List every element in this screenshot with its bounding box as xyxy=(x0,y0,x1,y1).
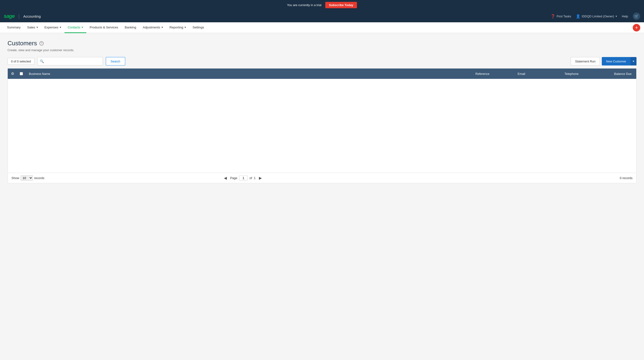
nav-settings[interactable]: Settings xyxy=(189,22,207,33)
pagination: ◀ Page of 1 ▶ xyxy=(222,175,263,181)
column-settings-button[interactable]: ⚙ xyxy=(8,72,17,76)
table-footer: Show 10 25 50 100 records ◀ Page of 1 ▶ … xyxy=(8,173,636,183)
contacts-chevron-icon: ▾ xyxy=(82,26,83,29)
of-label: of xyxy=(250,176,252,180)
search-input[interactable] xyxy=(45,60,100,63)
new-customer-dropdown-button[interactable]: ▾ xyxy=(630,57,636,66)
total-pages: 1 xyxy=(254,176,256,180)
search-icon: 🔍 xyxy=(40,59,44,63)
search-field-wrap: 🔍 xyxy=(37,57,103,66)
col-header-balance-due[interactable]: Balance Due xyxy=(604,72,636,76)
show-label: Show xyxy=(12,176,19,180)
first-tasks-link[interactable]: ❓ First Tasks xyxy=(551,14,571,19)
new-customer-dropdown-icon: ▾ xyxy=(633,60,634,63)
records-per-page-select[interactable]: 10 25 50 100 xyxy=(21,175,33,181)
total-records: 0 records xyxy=(620,176,632,180)
help-link[interactable]: Help xyxy=(622,15,628,18)
cart-icon: 🛒 xyxy=(634,14,639,19)
selection-badge: 0 of 0 selected xyxy=(8,58,34,65)
page-title-wrap: Customers ? xyxy=(8,40,636,47)
page-title: Customers xyxy=(8,40,37,47)
nav-sales[interactable]: Sales ▾ xyxy=(24,22,41,33)
statement-run-button[interactable]: Statement Run xyxy=(570,57,600,66)
account-chevron-icon: ▾ xyxy=(616,15,617,18)
nav-banking[interactable]: Banking xyxy=(122,22,140,33)
main-navigation: Summary Sales ▾ Expenses ▾ Contacts ▾ Pr… xyxy=(0,22,644,33)
sage-logo[interactable]: sage xyxy=(4,13,14,19)
customers-table-wrap: ⚙ Business Name Reference Email Telephon… xyxy=(8,68,636,183)
select-all-checkbox-wrap[interactable] xyxy=(17,72,26,75)
select-all-checkbox[interactable] xyxy=(20,72,23,75)
top-nav-right: ❓ First Tasks 👤 IDDQD Limited (Owner) ▾ … xyxy=(551,13,640,20)
trial-banner: You are currently in a trial Subscribe T… xyxy=(0,0,644,10)
top-navigation: sage | Accounting ❓ First Tasks 👤 IDDQD … xyxy=(0,10,644,22)
quick-add-button[interactable]: + xyxy=(633,24,640,32)
page-subtitle: Create, view and manage your customer re… xyxy=(8,48,636,52)
expenses-chevron-icon: ▾ xyxy=(60,26,61,29)
col-header-telephone[interactable]: Telephone xyxy=(561,72,604,76)
question-circle-icon: ❓ xyxy=(551,14,555,19)
col-header-reference[interactable]: Reference xyxy=(472,72,514,76)
new-customer-button[interactable]: New Customer xyxy=(602,57,630,66)
records-label: records xyxy=(34,176,44,180)
nav-adjustments[interactable]: Adjustments ▾ xyxy=(139,22,166,33)
app-name: Accounting xyxy=(23,14,40,18)
page-content: Customers ? Create, view and manage your… xyxy=(0,33,644,358)
adjustments-chevron-icon: ▾ xyxy=(162,26,163,29)
new-customer-button-group: New Customer ▾ xyxy=(602,57,636,66)
page-footer: English (US) © The Sage Group plc 2021 xyxy=(0,358,644,360)
next-page-button[interactable]: ▶ xyxy=(258,175,263,181)
page-number-input[interactable] xyxy=(239,176,248,180)
nav-divider: | xyxy=(18,14,20,19)
trial-message: You are currently in a trial xyxy=(287,3,322,7)
col-header-business-name[interactable]: Business Name xyxy=(26,72,472,76)
page-label: Page xyxy=(230,176,237,180)
nav-expenses[interactable]: Expenses ▾ xyxy=(41,22,64,33)
toolbar-right: Statement Run New Customer ▾ xyxy=(570,57,636,66)
gear-icon: ⚙ xyxy=(11,72,14,76)
toolbar: 0 of 0 selected 🔍 Search Statement Run N… xyxy=(8,57,636,66)
prev-page-button[interactable]: ◀ xyxy=(222,175,228,181)
show-records-wrap: Show 10 25 50 100 records xyxy=(12,175,44,181)
table-header: ⚙ Business Name Reference Email Telephon… xyxy=(8,69,636,79)
sales-chevron-icon: ▾ xyxy=(36,26,38,29)
nav-reporting[interactable]: Reporting ▾ xyxy=(166,22,190,33)
nav-contacts[interactable]: Contacts ▾ xyxy=(64,22,86,33)
cart-button[interactable]: 🛒 xyxy=(633,13,640,20)
nav-products-services[interactable]: Products & Services xyxy=(86,22,122,33)
col-header-email[interactable]: Email xyxy=(514,72,561,76)
help-icon[interactable]: ? xyxy=(40,41,44,46)
nav-summary[interactable]: Summary xyxy=(4,22,24,33)
reporting-chevron-icon: ▾ xyxy=(184,26,186,29)
user-icon: 👤 xyxy=(576,14,580,19)
table-body xyxy=(8,79,636,173)
search-button[interactable]: Search xyxy=(106,57,125,66)
account-link[interactable]: 👤 IDDQD Limited (Owner) ▾ xyxy=(576,14,617,19)
subscribe-button[interactable]: Subscribe Today xyxy=(325,2,357,8)
